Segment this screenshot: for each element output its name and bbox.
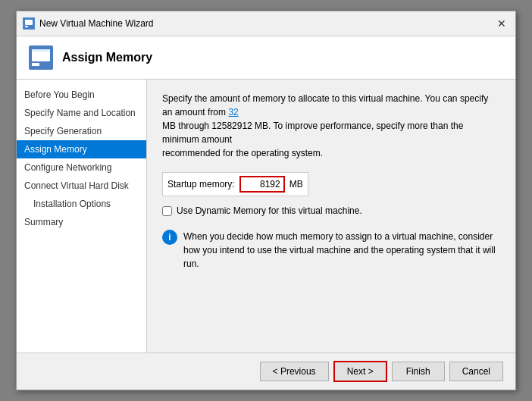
content-area: Before You BeginSpecify Name and Locatio… [17, 80, 515, 352]
finish-button[interactable]: Finish [392, 362, 445, 381]
close-button[interactable]: ✕ [494, 16, 509, 31]
startup-memory-label: Startup memory: [167, 179, 235, 190]
sidebar-item-configure-networking[interactable]: Configure Networking [17, 158, 146, 177]
title-bar-left: New Virtual Machine Wizard [23, 17, 154, 30]
svg-rect-1 [25, 20, 33, 25]
next-button[interactable]: Next > [333, 361, 387, 382]
page-title: Assign Memory [62, 51, 152, 64]
cancel-button[interactable]: Cancel [449, 362, 503, 381]
sidebar-item-connect-virtual-hard-disk[interactable]: Connect Virtual Hard Disk [17, 177, 146, 195]
sidebar-item-summary[interactable]: Summary [17, 213, 146, 231]
header-section: Assign Memory [17, 36, 515, 80]
min-memory-link: 32 [228, 107, 238, 117]
svg-rect-5 [32, 63, 39, 66]
main-content: Specify the amount of memory to allocate… [147, 80, 515, 352]
sidebar-item-before-you-begin[interactable]: Before You Begin [17, 86, 146, 104]
startup-memory-row: Startup memory: MB [162, 172, 308, 196]
dynamic-memory-label: Use Dynamic Memory for this virtual mach… [177, 205, 362, 216]
startup-memory-input[interactable] [239, 176, 285, 193]
info-box: i When you decide how much memory to ass… [162, 225, 500, 275]
sidebar-item-installation-options[interactable]: Installation Options [17, 195, 146, 213]
description-text: Specify the amount of memory to allocate… [162, 92, 500, 160]
dynamic-memory-row: Use Dynamic Memory for this virtual mach… [162, 205, 500, 216]
title-bar: New Virtual Machine Wizard ✕ [17, 11, 515, 36]
svg-rect-2 [25, 26, 28, 27]
info-text: When you decide how much memory to assig… [183, 230, 500, 271]
sidebar-item-specify-name-and-location[interactable]: Specify Name and Location [17, 104, 146, 122]
svg-rect-6 [32, 49, 50, 52]
memory-unit: MB [289, 179, 303, 190]
info-icon: i [162, 230, 177, 245]
header-wizard-icon [29, 45, 53, 70]
sidebar: Before You BeginSpecify Name and Locatio… [17, 80, 147, 352]
previous-button[interactable]: < Previous [260, 362, 329, 381]
footer: < Previous Next > Finish Cancel [17, 352, 515, 390]
sidebar-item-specify-generation[interactable]: Specify Generation [17, 122, 146, 140]
wizard-window: New Virtual Machine Wizard ✕ Assign Memo… [16, 11, 516, 390]
dynamic-memory-checkbox[interactable] [162, 206, 172, 216]
sidebar-item-assign-memory[interactable]: Assign Memory [17, 140, 146, 158]
window-title: New Virtual Machine Wizard [39, 18, 154, 29]
wizard-icon [23, 17, 35, 30]
